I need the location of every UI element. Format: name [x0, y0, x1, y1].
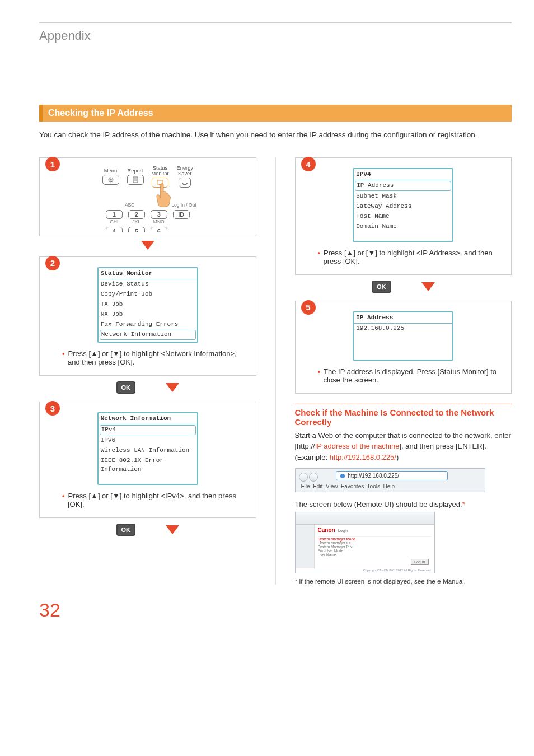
lcd-status-monitor: Status Monitor Device Status Copy/Print … — [97, 267, 198, 343]
check-ip-phrase: IP address of the machine — [315, 442, 400, 450]
footnote: * If the remote UI screen is not display… — [295, 578, 512, 585]
step-5-note: The IP address is displayed. Press [Stat… — [303, 367, 504, 384]
pointing-hand-icon — [152, 180, 175, 209]
keypad-3: 3 — [151, 210, 167, 219]
step-1: 1 Menu Report StatusMonitor EnergySaver … — [39, 157, 256, 236]
step-number-5: 5 — [301, 300, 316, 315]
panel-label-menu: Menu — [104, 169, 117, 174]
remote-ui-copyright: Copyright CANON INC. 2012 All Rights Res… — [363, 568, 431, 572]
lcd-row: Copy/Print Job — [99, 290, 197, 300]
check-body: Start a Web of the computer that is conn… — [295, 430, 512, 463]
remote-ui-caption-text: The screen below (Remote UI) should be d… — [295, 500, 462, 508]
arrow-down-icon — [421, 282, 435, 291]
report-button-icon — [127, 175, 144, 185]
lcd-row: Device Status — [99, 279, 197, 290]
panel-label-report: Report — [128, 169, 143, 174]
lcd-row: Domain Name — [354, 222, 452, 232]
lcd-row-selected: Network Information — [100, 330, 196, 340]
step-4-note: Press [▲] or [▼] to highlight <IP Addres… — [303, 249, 504, 265]
keypad-4: 4 — [106, 227, 123, 232]
keypad-5: 5 — [128, 227, 145, 232]
lcd-ip-address: IP Address 192.168.0.225 — [353, 311, 453, 361]
lcd-row: IEEE 802.1X Error Information — [99, 456, 197, 475]
lcd-title: IP Address — [354, 314, 452, 324]
step-number-3: 3 — [45, 401, 60, 416]
panel-label-energy2: Saver — [178, 171, 191, 176]
page-number: 32 — [39, 599, 512, 621]
remote-ui-item: System Manager Mode — [318, 537, 431, 541]
arrow-down-icon — [166, 525, 179, 534]
remote-ui-login-label: Login — [338, 529, 348, 533]
control-panel-illustration: Menu Report StatusMonitor EnergySaver AB… — [92, 166, 204, 232]
remote-ui-caption: The screen below (Remote UI) should be d… — [295, 500, 512, 508]
lcd-ipv4: IPv4 IP Address Subnet Mask Gateway Addr… — [353, 168, 453, 242]
panel-sub-mno: MNO — [151, 219, 167, 225]
step-number-1: 1 — [45, 157, 60, 171]
lcd-row: IPv6 — [99, 436, 197, 446]
panel-label-status2: Monitor — [152, 171, 169, 176]
lcd-row-selected: IP Address — [355, 181, 451, 191]
step-number-2: 2 — [45, 256, 60, 270]
lcd-row-selected: IPv4 — [100, 425, 196, 435]
step-4: 4 IPv4 IP Address Subnet Mask Gateway Ad… — [295, 157, 512, 275]
browser-url-box: http://192.168.0.225/ — [336, 471, 448, 480]
browser-menu: File Edit View Favorites Tools Help — [299, 483, 481, 489]
browser-addressbar-illustration: http://192.168.0.225/ File Edit View Fav… — [295, 468, 485, 492]
lcd-network-info: Network Information IPv4 IPv6 Wireless L… — [97, 412, 198, 485]
remote-ui-item: System Manager PIN: — [318, 545, 431, 549]
lcd-row: Subnet Mask — [354, 192, 452, 202]
lcd-title: Network Information — [99, 414, 197, 424]
remote-ui-item: User Name: — [318, 553, 431, 557]
check-example-url: http://192.168.0.225/ — [330, 453, 396, 461]
lcd-row: Wireless LAN Information — [99, 446, 197, 456]
lcd-title: Status Monitor — [99, 269, 197, 279]
lcd-title: IPv4 — [354, 170, 452, 180]
remote-ui-illustration: Canon Login System Manager Mode System M… — [295, 512, 435, 573]
browser-back-icon — [299, 473, 308, 482]
panel-sub-jkl: JKL — [128, 219, 145, 225]
lcd-row: Gateway Address — [354, 202, 452, 212]
step-3: 3 Network Information IPv4 IPv6 Wireless… — [39, 402, 256, 518]
remote-ui-item: System Manager ID: — [318, 541, 431, 545]
step-5: 5 IP Address 192.168.0.225 The IP addres… — [295, 301, 512, 394]
svg-point-4 — [340, 474, 345, 478]
browser-url-text: http://192.168.0.225/ — [348, 473, 399, 479]
lcd-ip-value: 192.168.0.225 — [354, 324, 452, 334]
page-title: Appendix — [39, 29, 512, 43]
remote-ui-login-button: Log In — [411, 559, 428, 565]
keypad-1: 1 — [106, 210, 123, 219]
ok-button-icon: OK — [372, 281, 391, 293]
step-2-note: Press [▲] or [▼] to highlight <Network I… — [48, 349, 248, 366]
lcd-row: Host Name — [354, 212, 452, 222]
lcd-row: TX Job — [99, 300, 197, 310]
globe-icon — [340, 473, 345, 479]
arrow-down-icon — [166, 383, 179, 392]
star-icon: * — [462, 500, 465, 508]
lcd-row: RX Job — [99, 310, 197, 320]
remote-ui-brand: Canon — [318, 527, 335, 533]
keypad-id: ID — [173, 210, 190, 219]
arrow-down-icon — [141, 241, 154, 250]
step-2: 2 Status Monitor Device Status Copy/Prin… — [39, 256, 256, 376]
section-heading: Checking the IP Address — [39, 105, 512, 122]
energy-saver-button-icon — [179, 178, 191, 188]
panel-sub-abc: ABC — [121, 202, 138, 208]
browser-forward-icon — [309, 473, 318, 482]
ok-button-icon: OK — [116, 381, 136, 394]
check-body-c: ) — [396, 453, 399, 461]
step-3-note: Press [▲] or [▼] to highlight <IPv4>, an… — [48, 492, 248, 508]
keypad-2: 2 — [128, 210, 145, 219]
remote-ui-item: End-User Mode — [318, 549, 431, 553]
intro-text: You can check the IP address of the mach… — [39, 129, 512, 141]
check-heading: Check if the Machine Is Connected to the… — [295, 404, 512, 427]
lcd-row: Fax Forwarding Errors — [99, 320, 197, 330]
panel-sub-ghi: GHI — [106, 219, 123, 225]
keypad-6: 6 — [151, 227, 167, 232]
step-number-4: 4 — [301, 157, 316, 171]
ok-button-icon: OK — [116, 524, 136, 536]
menu-button-icon — [102, 175, 119, 185]
